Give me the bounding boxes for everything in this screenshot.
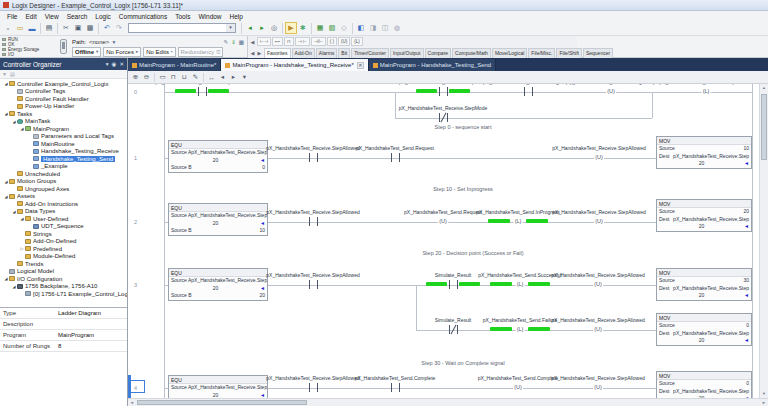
new-rung-button[interactable]: ⊢⊣ <box>257 37 271 46</box>
view-list-icon[interactable]: ▤ <box>10 71 15 77</box>
tree-item-handshake-testing-receive[interactable]: Handshake_Testing_Receive <box>0 148 127 156</box>
filter-icon[interactable]: ▼ <box>2 71 7 77</box>
palette-scroll-left-icon[interactable]: ◀ <box>249 39 256 45</box>
go-forward-icon[interactable]: ▸ <box>256 22 268 34</box>
tree-item-i-o-configuration[interactable]: ◢I/O Configuration <box>0 275 127 283</box>
zoom-in-icon[interactable]: ⊕ <box>130 73 141 81</box>
palette-tab-alarms[interactable]: Alarms <box>316 48 338 58</box>
ote-button[interactable]: ( ) <box>327 37 337 46</box>
tree-item-udt-sequence[interactable]: UDT_Sequence <box>0 223 127 231</box>
path-dropdown-icon[interactable]: ▾ <box>112 39 115 45</box>
edit-rung-icon[interactable]: ✎ <box>190 73 201 81</box>
palette-tab-file-misc[interactable]: File/Misc. <box>528 48 555 58</box>
otl-button[interactable]: (L) <box>351 37 363 46</box>
tree-item-predefined[interactable]: ▷Predefined <box>0 245 127 253</box>
palette-tab-sequencer[interactable]: Sequencer <box>583 48 613 58</box>
rung-comment[interactable]: Step 10 - Set Inprogress <box>433 186 493 192</box>
pin-icon[interactable]: ◉ <box>112 61 117 67</box>
branch-level-icon[interactable]: ⊔ <box>179 73 190 81</box>
xic-contact[interactable]: pX_HandshakeTest_Send.Request <box>363 145 427 163</box>
xic-button[interactable]: ⊣ ⊢ <box>295 37 310 46</box>
otu-coil[interactable]: pX_HandshakeTest_Receive.StepAllowed(U) <box>566 375 630 393</box>
mov-instruction-box[interactable]: MOVSource0DestpX_HandshakeTest_Receive.S… <box>656 313 752 346</box>
tree-item-motion-groups[interactable]: ◢Motion Groups <box>0 178 127 186</box>
tree-item-data-types[interactable]: ◢Data Types <box>0 208 127 216</box>
tree-item-controller-example-control-logix[interactable]: ◢Controller Example_Control_Logix <box>0 80 127 88</box>
tree-item-tasks[interactable]: ◢Tasks <box>0 110 127 118</box>
scroll-down-icon[interactable]: ▾ <box>760 390 768 398</box>
online-toggle-icon[interactable]: ▶ <box>285 22 297 34</box>
tree-item-add-on-defined[interactable]: Add-On-Defined <box>0 238 127 246</box>
menu-edit[interactable]: Edit <box>21 13 40 20</box>
tab-mainprogram-handshake-testing-send[interactable]: MainProgram - Handshake_Testing_Send <box>369 59 496 71</box>
tree-item-handshake-testing-send[interactable]: Handshake_Testing_Send <box>0 155 127 163</box>
otl-coil[interactable]: pX_HandshakeTest_Send.Successful(L) <box>488 272 552 290</box>
tree-item-assets[interactable]: ◢Assets <box>0 193 127 201</box>
tree-item-user-defined[interactable]: ◢User-Defined <box>0 215 127 223</box>
rung-number[interactable]: 0 <box>134 89 137 95</box>
xio-button[interactable]: ⊣/⊢ <box>311 37 326 46</box>
new-tag-icon[interactable]: ◧ <box>355 22 367 34</box>
pen-icon[interactable]: ✎ <box>224 39 229 45</box>
otu-coil[interactable]: pX_HandshakeTest_Receive.StepAllowed(U) <box>566 272 630 290</box>
palette-tab-favorites[interactable]: Favorites <box>264 48 291 58</box>
xic-contact[interactable]: pX_HandshakeTest_Receive.StepAllowed <box>170 84 234 97</box>
xio-contact[interactable]: pX_HandshakeTest_Receive.StepMode <box>411 105 475 123</box>
scroll-right-icon[interactable]: ▸ <box>760 399 768 406</box>
rung-number[interactable]: 3 <box>134 282 137 288</box>
tab-mainprogram-mainroutine[interactable]: MainProgram - MainRoutine* <box>128 59 221 71</box>
help-icon[interactable]: ◍ <box>391 22 403 34</box>
find-icon[interactable]: ◎ <box>268 22 280 34</box>
menu-logic[interactable]: Logic <box>91 13 115 20</box>
tree-item-add-on-instructions[interactable]: Add-On Instructions <box>0 200 127 208</box>
otu-button[interactable]: (U) <box>338 37 350 46</box>
palette-tab-compare[interactable]: Compare <box>425 48 452 58</box>
equ-instruction-box[interactable]: EQUSource ApX_HandshakeTest_Receive.Step… <box>168 268 268 301</box>
xic-contact[interactable]: pX_HandshakeTest_Receive.StepMode <box>411 84 475 97</box>
paste-icon[interactable]: ▩ <box>84 22 96 34</box>
xic-contact[interactable]: pX_HandshakeTest_Send.Complete <box>363 375 427 393</box>
select-rung-icon[interactable]: ▭ <box>157 73 168 81</box>
tree-item-controller-fault-handler[interactable]: Controller Fault Handler <box>0 95 127 103</box>
otu-coil[interactable]: pX_HandshakeTest_Receive.StepAllowed(U) <box>567 209 631 227</box>
palette-tabs-left-icon[interactable]: ◀ <box>249 50 256 56</box>
forces-field[interactable]: No Forces▸ <box>103 47 141 57</box>
bookmark-icon[interactable]: ▾ <box>239 73 250 81</box>
tree-item-1756-backplane-1756-a10[interactable]: ◢1756 Backplane, 1756-A10 <box>0 283 127 291</box>
tree-item-mainprogram[interactable]: ◢MainProgram <box>0 125 127 133</box>
network-upload-icon[interactable]: ⇓ <box>231 39 236 45</box>
chevron-down-icon[interactable]: ▾ <box>106 61 109 67</box>
hscroll-thumb[interactable] <box>137 400 307 405</box>
tree-item-unscheduled[interactable]: Unscheduled <box>0 170 127 178</box>
tree-item-example[interactable]: _Example <box>0 163 127 171</box>
rung-number[interactable]: 1 <box>134 155 137 161</box>
menu-view[interactable]: View <box>41 13 63 20</box>
new-file-icon[interactable]: ▫ <box>2 22 14 34</box>
path-value[interactable]: <none> <box>89 39 109 45</box>
palette-tab-add-on[interactable]: Add-On <box>292 48 315 58</box>
mov-instruction-box[interactable]: MOVSource30DestpX_HandshakeTest_Receive.… <box>656 268 752 301</box>
branch-icon[interactable]: ⊓ <box>168 73 179 81</box>
rung-comment[interactable]: Step 20 - Decision point (Success or Fai… <box>422 250 523 256</box>
otu-coil[interactable]: pX_HandshakeTest_Receive.SingleStep(U) <box>579 84 643 97</box>
new-branch-button[interactable]: ⌐⌐ <box>272 37 283 46</box>
print-icon[interactable]: ▤ <box>43 22 55 34</box>
tree-item-strings[interactable]: Strings <box>0 230 127 238</box>
mov-instruction-box[interactable]: MOVSource10DestpX_HandshakeTest_Receive.… <box>656 136 752 169</box>
otl-coil[interactable]: pX_HandshakeTest_Send.InProgress(L) <box>486 209 550 227</box>
save-file-icon[interactable]: ▬ <box>26 22 38 34</box>
menu-help[interactable]: Help <box>226 13 247 20</box>
run-mode-icon[interactable]: ✱ <box>297 22 309 34</box>
xic-contact[interactable]: Simulate_Result <box>421 272 485 290</box>
chevron-down-icon[interactable]: ▾ <box>226 24 235 32</box>
motion-tools-icon[interactable]: ◇ <box>338 22 350 34</box>
tree-item-mainroutine[interactable]: MainRoutine <box>0 140 127 148</box>
otl-coil[interactable]: pX_HandshakeTest_Send.Failure(L) <box>488 317 552 335</box>
menu-file[interactable]: File <box>3 13 21 20</box>
vertical-scrollbar[interactable]: ▴ ▾ <box>759 84 768 398</box>
menu-tools[interactable]: Tools <box>171 13 194 20</box>
xic-contact[interactable]: pX_HandshakeTest_Receive.StepAllowed <box>281 209 345 227</box>
verify-controller-icon[interactable]: ▧ <box>326 22 338 34</box>
redo-icon[interactable]: ↷ <box>113 22 125 34</box>
tree-item-power-up-handler[interactable]: Power-Up Handler <box>0 103 127 111</box>
